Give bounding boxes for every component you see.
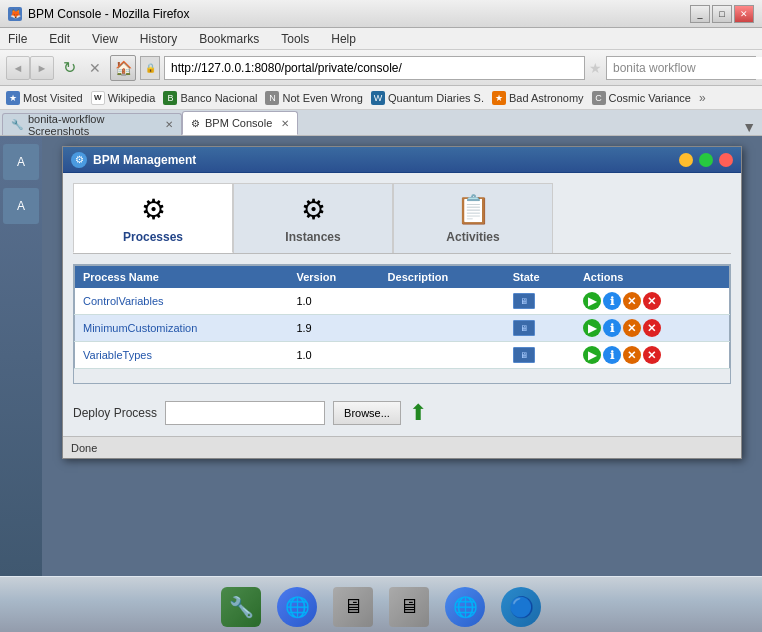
bpm-minimize[interactable] — [679, 153, 693, 167]
banco-icon: B — [163, 91, 177, 105]
taskbar-icon-1-inner: 🔧 — [221, 587, 261, 627]
deploy-label: Deploy Process — [73, 406, 157, 420]
info-button-2[interactable]: ℹ — [603, 319, 621, 337]
bpm-tab-instances[interactable]: ⚙ Instances — [233, 183, 393, 253]
col-process-name: Process Name — [75, 266, 289, 289]
process-link-control-variables[interactable]: ControlVariables — [83, 295, 164, 307]
play-button-3[interactable]: ▶ — [583, 346, 601, 364]
taskbar-icon-2-inner: 🌐 — [277, 587, 317, 627]
taskbar-icon-5-inner: 🌐 — [445, 587, 485, 627]
tab-bonita-screenshots[interactable]: 🔧 bonita-workflow Screenshots ✕ — [2, 113, 182, 135]
taskbar-icon-5[interactable]: 🌐 — [442, 584, 488, 630]
browse-button[interactable]: Browse... — [333, 401, 401, 425]
menu-bar: File Edit View History Bookmarks Tools H… — [0, 28, 762, 50]
most-visited-icon: ★ — [6, 91, 20, 105]
close-button[interactable]: ✕ — [734, 5, 754, 23]
taskbar-icon-4[interactable]: 🖥 — [386, 584, 432, 630]
bad-astronomy-icon: ★ — [492, 91, 506, 105]
bookmark-wikipedia[interactable]: W Wikipedia — [91, 91, 156, 105]
back-button[interactable]: ◄ — [6, 56, 30, 80]
cosmic-variance-icon: C — [592, 91, 606, 105]
forward-button[interactable]: ► — [30, 56, 54, 80]
bpm-tab-activities[interactable]: 📋 Activities — [393, 183, 553, 253]
wikipedia-icon: W — [91, 91, 105, 105]
state-monitor-1: 🖥 — [513, 293, 535, 309]
col-actions: Actions — [575, 266, 730, 289]
bookmark-quantum[interactable]: W Quantum Diaries S. — [371, 91, 484, 105]
bpm-tab-processes[interactable]: ⚙ Processes — [73, 183, 233, 253]
deploy-file-input[interactable] — [165, 401, 325, 425]
refresh-button[interactable]: ↻ — [58, 57, 80, 79]
stop-button-1[interactable]: ✕ — [643, 292, 661, 310]
stop-button-2[interactable]: ✕ — [643, 319, 661, 337]
bookmark-banco[interactable]: B Banco Nacional — [163, 91, 257, 105]
instances-tab-icon: ⚙ — [301, 193, 326, 226]
bookmark-star[interactable]: ★ — [589, 60, 602, 76]
col-state: State — [505, 266, 575, 289]
play-button-1[interactable]: ▶ — [583, 292, 601, 310]
menu-file[interactable]: File — [4, 30, 31, 48]
taskbar-icon-3[interactable]: 🖥 — [330, 584, 376, 630]
maximize-button[interactable]: □ — [712, 5, 732, 23]
taskbar-icon-6[interactable]: 🔵 — [498, 584, 544, 630]
bpm-maximize[interactable] — [699, 153, 713, 167]
stop-button-3[interactable]: ✕ — [643, 346, 661, 364]
info-button-3[interactable]: ℹ — [603, 346, 621, 364]
desc-2 — [380, 315, 505, 342]
version-1: 1.0 — [288, 288, 379, 315]
taskbar-icon-2[interactable]: 🌐 — [274, 584, 320, 630]
bookmarks-bar: ★ Most Visited W Wikipedia B Banco Nacio… — [0, 86, 762, 110]
state-1: 🖥 — [505, 288, 575, 315]
actions-1: ▶ ℹ ✕ ✕ — [575, 288, 730, 315]
bookmark-cosmic-variance[interactable]: C Cosmic Variance — [592, 91, 691, 105]
menu-tools[interactable]: Tools — [277, 30, 313, 48]
bpm-titlebar: ⚙ BPM Management — [63, 147, 741, 173]
version-2: 1.9 — [288, 315, 379, 342]
process-link-minimum-customization[interactable]: MinimumCustomization — [83, 322, 197, 334]
table-row: MinimumCustomization 1.9 🖥 ▶ — [75, 315, 730, 342]
home-button[interactable]: 🏠 — [110, 55, 136, 81]
bpm-status-text: Done — [71, 442, 97, 454]
bookmarks-more[interactable]: » — [699, 91, 706, 105]
processes-tab-label: Processes — [123, 230, 183, 244]
bookmark-bad-astronomy[interactable]: ★ Bad Astronomy — [492, 91, 584, 105]
process-link-variable-types[interactable]: VariableTypes — [83, 349, 152, 361]
tab-bpm-console[interactable]: ⚙ BPM Console ✕ — [182, 111, 298, 135]
title-bar-controls: _ □ ✕ — [690, 5, 754, 23]
menu-history[interactable]: History — [136, 30, 181, 48]
sidebar-item-1[interactable]: A — [3, 144, 39, 180]
bpm-body: ⚙ Processes ⚙ Instances 📋 Activities — [63, 173, 741, 436]
main-content: ⚙ BPM Management ⚙ Processes — [42, 136, 762, 576]
browser-title-bar: 🦊 BPM Console - Mozilla Firefox _ □ ✕ — [0, 0, 762, 28]
state-3: 🖥 — [505, 342, 575, 369]
taskbar-icon-1[interactable]: 🔧 — [218, 584, 264, 630]
col-version: Version — [288, 266, 379, 289]
bpm-app-icon: ⚙ — [71, 152, 87, 168]
info-button-1[interactable]: ℹ — [603, 292, 621, 310]
menu-help[interactable]: Help — [327, 30, 360, 48]
minimize-button[interactable]: _ — [690, 5, 710, 23]
menu-view[interactable]: View — [88, 30, 122, 48]
pause-button-2[interactable]: ✕ — [623, 319, 641, 337]
menu-edit[interactable]: Edit — [45, 30, 74, 48]
upload-button[interactable]: ⬆ — [409, 400, 427, 426]
content-wrapper: A A ⚙ BPM Management — [0, 136, 762, 576]
new-tab-button[interactable]: ▼ — [736, 119, 762, 135]
stop-button[interactable]: ✕ — [84, 57, 106, 79]
tab-bonita-close[interactable]: ✕ — [165, 119, 173, 130]
pause-button-3[interactable]: ✕ — [623, 346, 641, 364]
tab-bpm-close[interactable]: ✕ — [281, 118, 289, 129]
bookmark-not-even-wrong[interactable]: N Not Even Wrong — [265, 91, 363, 105]
pause-button-1[interactable]: ✕ — [623, 292, 641, 310]
browser-title: BPM Console - Mozilla Firefox — [28, 7, 189, 21]
url-input[interactable] — [164, 56, 585, 80]
state-monitor-3: 🖥 — [513, 347, 535, 363]
sidebar-item-2[interactable]: A — [3, 188, 39, 224]
taskbar-icon-6-inner: 🔵 — [501, 587, 541, 627]
process-table-container: Process Name Version Description State A… — [73, 264, 731, 384]
bpm-close[interactable] — [719, 153, 733, 167]
play-button-2[interactable]: ▶ — [583, 319, 601, 337]
menu-bookmarks[interactable]: Bookmarks — [195, 30, 263, 48]
search-input[interactable] — [607, 57, 762, 79]
bookmark-most-visited[interactable]: ★ Most Visited — [6, 91, 83, 105]
